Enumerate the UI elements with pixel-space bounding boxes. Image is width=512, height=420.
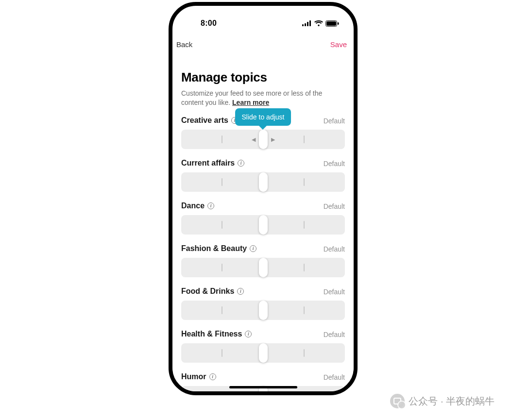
slider-tick [222, 264, 222, 271]
slider-tick [304, 221, 305, 229]
cellular-icon [302, 20, 312, 26]
topic-state-label: Default [324, 245, 345, 253]
topic-row: HumoriDefault [181, 372, 345, 391]
topic-row: Food & DrinksiDefault [181, 287, 345, 320]
topic-header: DanceiDefault [181, 202, 345, 210]
topic-state-label: Default [324, 373, 345, 381]
wechat-icon [390, 394, 405, 408]
topic-header: Health & FitnessiDefault [181, 330, 345, 338]
slider-tooltip: Slide to adjust [235, 108, 291, 126]
home-indicator[interactable] [229, 386, 297, 388]
topic-header: Fashion & BeautyiDefault [181, 244, 345, 253]
topic-name-label: Creative arts [181, 116, 228, 125]
topic-name-label: Current affairs [181, 159, 235, 168]
topic-header: HumoriDefault [181, 372, 345, 381]
learn-more-link[interactable]: Learn more [232, 99, 269, 106]
topic-name: Creative artsi [181, 116, 238, 125]
chevron-left-icon: ◀ [252, 136, 256, 142]
topic-name-label: Dance [181, 202, 205, 210]
slider-thumb[interactable] [259, 258, 268, 277]
topic-row: Health & FitnessiDefault [181, 330, 345, 363]
watermark-text: 公众号 · 半夜的蜗牛 [409, 395, 495, 408]
info-icon[interactable]: i [238, 160, 244, 167]
topic-name-label: Health & Fitness [181, 330, 242, 338]
status-icons [302, 20, 339, 27]
page-title: Manage topics [181, 70, 345, 85]
topic-header: Current affairsiDefault [181, 159, 345, 168]
slider-tick [304, 135, 305, 143]
topic-name: Humori [181, 372, 216, 381]
topic-row: DanceiDefault [181, 202, 345, 235]
topic-slider[interactable] [181, 301, 345, 320]
topic-slider[interactable] [181, 343, 345, 363]
save-button[interactable]: Save [330, 40, 347, 49]
topic-slider[interactable] [181, 215, 345, 235]
chevron-right-icon: ▶ [271, 136, 275, 142]
slider-tick [304, 264, 305, 271]
svg-rect-6 [338, 22, 339, 25]
status-time: 8:00 [201, 19, 217, 28]
topic-name: Food & Drinksi [181, 287, 244, 296]
slider-thumb[interactable] [259, 301, 268, 320]
topic-name-label: Fashion & Beauty [181, 244, 247, 253]
svg-rect-5 [326, 21, 336, 26]
watermark: 公众号 · 半夜的蜗牛 [390, 394, 495, 408]
topic-state-label: Default [324, 288, 345, 296]
slider-thumb[interactable] [259, 343, 268, 363]
slider-tick [222, 306, 222, 314]
topic-state-label: Default [324, 331, 345, 338]
slider-tick [222, 135, 222, 143]
topic-name: Fashion & Beautyi [181, 244, 256, 253]
nav-bar: Back Save [172, 32, 354, 51]
battery-icon [325, 20, 339, 27]
slider-tick [304, 349, 305, 357]
page-description: Customize your feed to see more or less … [181, 89, 345, 107]
svg-rect-2 [307, 22, 308, 26]
topic-header: Food & DrinksiDefault [181, 287, 345, 296]
screen: 8:00 Back Save Manage t [172, 6, 354, 391]
slider-tick [304, 306, 305, 314]
info-icon[interactable]: i [209, 373, 216, 380]
slider-tick [222, 221, 222, 229]
topic-slider[interactable]: ◀▶Slide to adjust [181, 130, 345, 149]
topic-slider[interactable] [181, 258, 345, 277]
info-icon[interactable]: i [207, 202, 214, 209]
info-icon[interactable]: i [245, 331, 252, 337]
topic-name-label: Humor [181, 372, 206, 381]
topic-state-label: Default [324, 202, 345, 210]
topic-name-label: Food & Drinks [181, 287, 234, 296]
slider-tick [222, 349, 222, 357]
svg-rect-3 [309, 20, 311, 26]
back-button[interactable]: Back [176, 40, 192, 49]
topic-slider[interactable] [181, 172, 345, 192]
topic-state-label: Default [324, 117, 345, 125]
topic-row: Creative artsiDefault◀▶Slide to adjust [181, 116, 345, 149]
topic-row: Current affairsiDefault [181, 159, 345, 192]
slider-thumb[interactable] [259, 172, 268, 192]
topic-name: Health & Fitnessi [181, 330, 252, 338]
topic-name: Dancei [181, 202, 214, 210]
topic-state-label: Default [324, 160, 345, 168]
topic-name: Current affairsi [181, 159, 244, 168]
slider-tick [222, 178, 222, 186]
slider-tick [304, 178, 305, 186]
topic-row: Fashion & BeautyiDefault [181, 244, 345, 277]
info-icon[interactable]: i [250, 245, 256, 252]
svg-rect-1 [305, 23, 306, 26]
phone-frame: 8:00 Back Save Manage t [169, 2, 358, 395]
svg-rect-0 [302, 24, 304, 26]
info-icon[interactable]: i [237, 288, 244, 295]
slider-thumb[interactable] [259, 215, 268, 235]
wifi-icon [314, 20, 323, 26]
status-bar: 8:00 [172, 6, 354, 32]
